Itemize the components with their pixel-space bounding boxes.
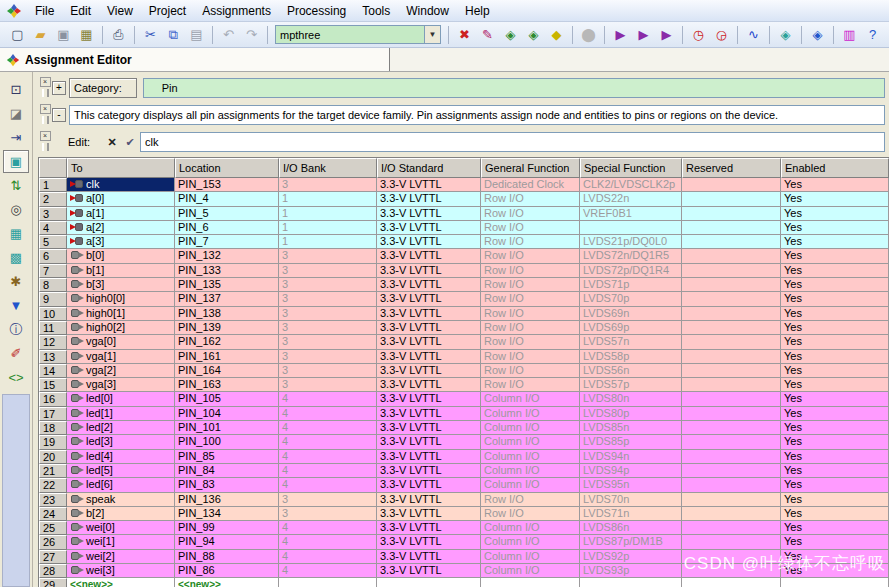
cell-enabled[interactable]: Yes (781, 249, 889, 263)
cell-io-bank[interactable]: 3 (279, 178, 377, 192)
redo-button[interactable]: ↷ (241, 25, 262, 45)
row-number[interactable]: 5 (39, 235, 67, 249)
open-file-button[interactable]: ▰ (30, 25, 51, 45)
cell-general-function[interactable]: Dedicated Clock (481, 178, 580, 192)
cell-io-standard[interactable]: 3.3-V LVTTL (377, 478, 481, 492)
cell-reserved[interactable] (682, 249, 781, 263)
cell-special-function[interactable]: LVDS57n (580, 335, 682, 349)
cell-to[interactable]: wei[2] (67, 550, 175, 564)
cell-enabled[interactable]: Yes (781, 292, 889, 306)
cell-enabled[interactable]: Yes (781, 507, 889, 521)
cell-io-standard[interactable]: 3.3-V LVTTL (377, 550, 481, 564)
programmer-button[interactable]: ▥ (839, 25, 860, 45)
cell-io-bank[interactable]: 1 (279, 221, 377, 235)
cell-to[interactable]: high0[1] (67, 307, 175, 321)
cell-io-standard[interactable]: 3.3-V LVTTL (377, 364, 481, 378)
row-number[interactable]: 21 (39, 464, 67, 478)
cell-special-function[interactable]: LVDS95n (580, 478, 682, 492)
cell-enabled[interactable]: Yes (781, 521, 889, 535)
cell-io-bank[interactable]: 3 (279, 350, 377, 364)
eraser-icon[interactable]: ◪ (3, 102, 29, 125)
cell-enabled[interactable] (781, 578, 889, 587)
row-number[interactable]: 8 (39, 278, 67, 292)
cell-general-function[interactable] (481, 578, 580, 587)
cell-to[interactable]: b[1] (67, 264, 175, 278)
cell-general-function[interactable]: Column I/O (481, 392, 580, 406)
cell-to[interactable]: a[3] (67, 235, 175, 249)
row-number[interactable]: 16 (39, 392, 67, 406)
cell-io-standard[interactable]: 3.3-V LVTTL (377, 249, 481, 263)
cell-enabled[interactable]: Yes (781, 350, 889, 364)
row-number[interactable]: 23 (39, 493, 67, 507)
cell-general-function[interactable]: Column I/O (481, 550, 580, 564)
cell-to[interactable]: clk (67, 178, 175, 192)
cell-reserved[interactable] (682, 221, 781, 235)
cell-io-standard[interactable]: 3.3-V LVTTL (377, 307, 481, 321)
menu-window[interactable]: Window (398, 2, 457, 20)
cell-reserved[interactable] (682, 207, 781, 221)
row-number[interactable]: 17 (39, 407, 67, 421)
start-timing-button[interactable]: ▶ (656, 25, 677, 45)
cell-location[interactable]: PIN_134 (175, 507, 279, 521)
cell-location[interactable]: PIN_139 (175, 321, 279, 335)
save-button[interactable]: ▣ (53, 25, 74, 45)
cell-enabled[interactable]: Yes (781, 564, 889, 578)
cell-location[interactable]: PIN_86 (175, 564, 279, 578)
column-header-i-o-standard[interactable]: I/O Standard (377, 158, 481, 178)
cell-to[interactable]: vga[3] (67, 378, 175, 392)
cell-io-bank[interactable]: 1 (279, 192, 377, 206)
cell-io-standard[interactable]: 3.3-V LVTTL (377, 292, 481, 306)
cell-general-function[interactable]: Row I/O (481, 264, 580, 278)
row-number[interactable]: 18 (39, 421, 67, 435)
cell-location[interactable]: PIN_133 (175, 264, 279, 278)
cell-reserved[interactable] (682, 421, 781, 435)
cell-io-bank[interactable]: 4 (279, 550, 377, 564)
cell-reserved[interactable] (682, 478, 781, 492)
cell-location[interactable]: PIN_100 (175, 435, 279, 449)
row-number[interactable]: 19 (39, 435, 67, 449)
cut-button[interactable]: ✂ (140, 25, 161, 45)
cell-special-function[interactable]: LVDS57p (580, 378, 682, 392)
cell-general-function[interactable]: Column I/O (481, 521, 580, 535)
cell-io-bank[interactable] (279, 578, 377, 587)
report-button[interactable]: ◈ (775, 25, 796, 45)
cell-to[interactable]: b[2] (67, 507, 175, 521)
cell-io-standard[interactable]: 3.3-V LVTTL (377, 235, 481, 249)
cell-location[interactable]: PIN_83 (175, 478, 279, 492)
cell-enabled[interactable]: Yes (781, 307, 889, 321)
device-settings-button[interactable]: ◈ (523, 25, 544, 45)
cell-reserved[interactable] (682, 450, 781, 464)
cell-io-standard[interactable]: 3.3-V LVTTL (377, 278, 481, 292)
cell-special-function[interactable]: LVDS71p (580, 278, 682, 292)
row-number[interactable]: 22 (39, 478, 67, 492)
cell-enabled[interactable]: Yes (781, 207, 889, 221)
cell-location[interactable]: PIN_5 (175, 207, 279, 221)
cell-enabled[interactable]: Yes (781, 178, 889, 192)
node-finder-icon[interactable]: ⇥ (3, 126, 29, 149)
cell-io-bank[interactable]: 1 (279, 207, 377, 221)
edit-value-field[interactable]: clk (140, 132, 885, 152)
cell-special-function[interactable]: LVDS94n (580, 450, 682, 464)
cell-general-function[interactable]: Row I/O (481, 350, 580, 364)
row-number[interactable]: 25 (39, 521, 67, 535)
cell-io-bank[interactable]: 4 (279, 464, 377, 478)
dock-grip[interactable] (42, 89, 49, 97)
cell-reserved[interactable] (682, 521, 781, 535)
chip-edit-icon[interactable]: ▩ (3, 246, 29, 269)
cell-enabled[interactable]: Yes (781, 550, 889, 564)
cell-general-function[interactable]: Row I/O (481, 378, 580, 392)
cell-to-new[interactable]: <<new>> (67, 578, 175, 587)
cell-io-standard[interactable] (377, 578, 481, 587)
cell-location[interactable]: PIN_135 (175, 278, 279, 292)
cell-special-function[interactable]: LVDS93p (580, 564, 682, 578)
cell-to[interactable]: led[4] (67, 450, 175, 464)
assignment-editor-button[interactable]: ✎ (477, 25, 498, 45)
cell-enabled[interactable]: Yes (781, 235, 889, 249)
cell-enabled[interactable]: Yes (781, 392, 889, 406)
cell-enabled[interactable]: Yes (781, 407, 889, 421)
cell-general-function[interactable]: Row I/O (481, 321, 580, 335)
cell-enabled[interactable]: Yes (781, 378, 889, 392)
cell-to[interactable]: led[3] (67, 435, 175, 449)
cell-location[interactable]: PIN_137 (175, 292, 279, 306)
cell-reserved[interactable] (682, 192, 781, 206)
